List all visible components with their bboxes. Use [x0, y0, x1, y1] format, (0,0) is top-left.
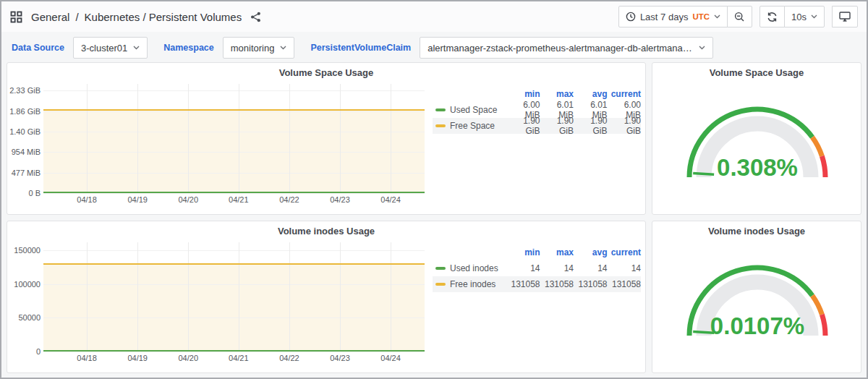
y-axis-tick-label: 150000 [14, 246, 41, 255]
gridline [87, 84, 88, 193]
legend-header: current [608, 89, 642, 99]
legend-series-row: Free inodes131058131058131058131058 [433, 276, 641, 292]
legend-stat-value: 1.90 GiB [506, 116, 540, 136]
y-axis-tick-label: 0 B [28, 189, 41, 197]
legend-stat-value: 131058 [608, 279, 642, 289]
panel-title[interactable]: Volume inodes Usage [7, 221, 645, 237]
variable-pvc: PersistentVolumeClaim alertmanager-zstac… [307, 37, 713, 59]
x-axis-tick-label: 04/23 [324, 195, 356, 204]
gauge-threshold-arc [812, 137, 822, 156]
chevron-down-icon [811, 14, 817, 19]
gridline [43, 318, 425, 318]
panel-title[interactable]: Volume inodes Usage [652, 221, 861, 237]
series-area-fill [43, 109, 425, 193]
x-axis-tick-label: 04/20 [172, 195, 204, 204]
gridline [188, 84, 189, 193]
legend-header-row: minmaxavgcurrent [433, 244, 641, 260]
panel-title[interactable]: Volume Space Usage [7, 63, 645, 78]
pvc-label: PersistentVolumeClaim [307, 43, 414, 53]
pvc-select[interactable]: alertmanager-zstack-prometheus-alertmana… [420, 37, 713, 59]
refresh-interval-picker[interactable]: 10s [784, 6, 825, 27]
legend-stat-value: 131058 [540, 279, 574, 289]
gridline [43, 111, 425, 112]
timeseries-plot[interactable] [43, 242, 425, 352]
chevron-down-icon [699, 46, 705, 50]
refresh-interval-label: 10s [791, 12, 807, 22]
chevron-down-icon [714, 14, 720, 19]
gauge-threshold-arc [822, 156, 825, 177]
legend-stat-value: 14 [608, 263, 642, 273]
variable-datasource: Data Source 3-cluster01 [9, 37, 148, 59]
gridline [340, 242, 341, 352]
gridline [239, 242, 239, 352]
cycle-view-mode-button[interactable] [832, 6, 858, 27]
legend-series-name[interactable]: Used inodes [433, 263, 506, 273]
gridline [43, 173, 425, 174]
gauge-value-text: 0.308% [717, 154, 798, 181]
gridline [43, 132, 425, 132]
breadcrumb: General / Kubernetes / Persistent Volume… [10, 11, 261, 23]
gridline [43, 152, 425, 153]
legend-table: minmaxavgcurrentUsed inodes14141414Free … [433, 244, 641, 292]
y-axis-tick-label: 477 MiB [12, 169, 41, 177]
y-axis-tick-label: 1.86 GiB [9, 107, 41, 116]
time-controls: Last 7 days UTC [618, 6, 752, 27]
gridline [43, 90, 425, 91]
panel-title[interactable]: Volume Space Usage [652, 63, 861, 78]
gridline [239, 84, 239, 193]
legend-stat-value: 14 [540, 263, 574, 273]
refresh-button[interactable] [760, 6, 785, 27]
dashboard-grid-icon[interactable] [10, 11, 22, 23]
legend-series-name[interactable]: Used Space [433, 105, 506, 115]
series-line [43, 192, 425, 193]
panel-volume-space-usage-gauge: Volume Space Usage 0.308% [652, 62, 861, 215]
gridline [137, 84, 138, 193]
series-color-swatch [435, 124, 446, 127]
chevron-down-icon [280, 46, 286, 50]
legend-header: max [540, 89, 574, 99]
variable-namespace: Namespace monitoring [161, 37, 294, 59]
gridline [43, 352, 425, 352]
legend-stat-value: 131058 [506, 279, 540, 289]
series-color-swatch [435, 267, 446, 270]
datasource-select[interactable]: 3-cluster01 [73, 37, 148, 59]
x-axis-tick-label: 04/22 [273, 195, 305, 204]
chevron-down-icon [133, 46, 140, 50]
namespace-select[interactable]: monitoring [223, 37, 295, 59]
legend-header: max [540, 247, 574, 257]
zoom-out-button[interactable] [727, 6, 752, 27]
x-axis-tick-label: 04/18 [71, 354, 103, 362]
grafana-window: General / Kubernetes / Persistent Volume… [0, 0, 868, 379]
legend-series-name[interactable]: Free Space [433, 121, 506, 131]
y-axis-tick-label: 2.33 GiB [9, 86, 41, 95]
series-line [43, 263, 425, 265]
gridline [391, 84, 391, 193]
legend-header: min [506, 247, 540, 257]
gridline [391, 242, 391, 352]
legend-stat-value: 14 [574, 263, 608, 273]
series-color-swatch [435, 108, 446, 111]
gauge-threshold-arc [822, 315, 825, 336]
legend-table: minmaxavgcurrentUsed Space6.00 MiB6.01 M… [433, 86, 641, 134]
legend-header: avg [574, 247, 608, 257]
breadcrumb-dashboard-title[interactable]: Kubernetes / Persistent Volumes [85, 11, 242, 23]
share-icon[interactable] [250, 12, 261, 22]
series-color-swatch [435, 283, 446, 286]
gridline [289, 84, 290, 193]
gridline [137, 242, 138, 352]
panel-volume-inodes-usage-gauge: Volume inodes Usage 0.0107% [652, 221, 861, 373]
legend-series-name[interactable]: Free inodes [433, 279, 506, 289]
time-range-label: Last 7 days [640, 12, 689, 22]
legend-stat-value: 14 [506, 263, 540, 273]
y-axis-tick-label: 954 MiB [12, 148, 41, 156]
panel-volume-space-usage-graph: Volume Space Usage 2.33 GiB1.86 GiB1.40 … [7, 62, 646, 215]
timezone-label: UTC [692, 12, 710, 21]
breadcrumb-folder[interactable]: General [31, 11, 69, 23]
gauge-threshold-arc [812, 296, 822, 315]
x-axis-tick-label: 04/22 [273, 354, 305, 362]
timeseries-plot[interactable] [43, 84, 425, 193]
time-range-picker[interactable]: Last 7 days UTC [618, 6, 728, 27]
x-axis-tick-label: 04/19 [122, 354, 153, 362]
legend-header: current [608, 247, 642, 257]
gauge-value-text: 0.0107% [710, 312, 804, 339]
